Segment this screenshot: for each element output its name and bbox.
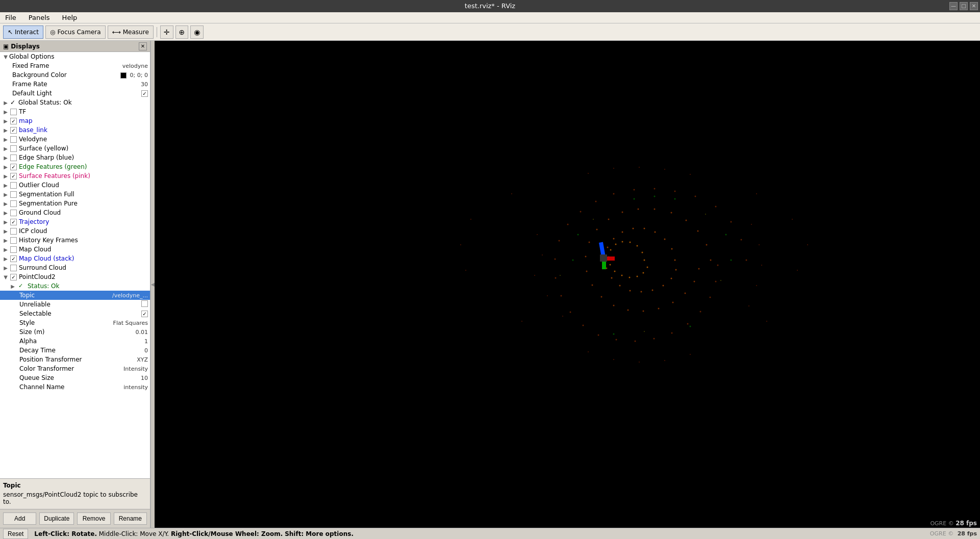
menu-panels[interactable]: Panels [26, 13, 53, 22]
icp-cloud-checkbox[interactable] [10, 228, 17, 235]
edge-features-checkbox[interactable] [10, 164, 17, 170]
surface-features-checkbox[interactable] [10, 173, 17, 179]
displays-close-button[interactable]: ✕ [139, 42, 147, 50]
map-cloud-expand[interactable]: ▶ [2, 246, 9, 253]
alpha-row[interactable]: Alpha 1 [0, 337, 150, 346]
fixed-frame-row[interactable]: Fixed Frame velodyne [0, 61, 150, 70]
unreliable-row[interactable]: Unreliable [0, 300, 150, 309]
map-expand[interactable]: ▶ [2, 117, 9, 124]
velodyne-row[interactable]: ▶ Velodyne [0, 135, 150, 144]
3d-viewport[interactable]: OGRE © 28 fps [155, 41, 980, 528]
base-link-row[interactable]: ▶ base_link [0, 125, 150, 135]
maximize-button[interactable]: □ [960, 2, 968, 10]
global-options-row[interactable]: ▼ Global Options [0, 52, 150, 61]
history-kf-expand[interactable]: ▶ [2, 237, 9, 244]
remove-button[interactable]: Remove [77, 512, 110, 525]
panel-resize-handle[interactable]: ◀ [150, 41, 155, 528]
velodyne-expand[interactable]: ▶ [2, 136, 9, 143]
base-link-checkbox[interactable] [10, 127, 17, 134]
selectable-row[interactable]: Selectable [0, 309, 150, 318]
global-status-expand[interactable]: ▶ [2, 99, 9, 106]
edge-features-expand[interactable]: ▶ [2, 163, 9, 170]
position-transformer-row[interactable]: Position Transformer XYZ [0, 355, 150, 364]
selectable-checkbox[interactable] [141, 311, 148, 317]
measure-button[interactable]: ⟷ Measure [108, 25, 154, 39]
history-keyframes-row[interactable]: ▶ History Key Frames [0, 236, 150, 245]
seg-pure-expand[interactable]: ▶ [2, 200, 9, 207]
base-link-expand[interactable]: ▶ [2, 126, 9, 134]
interact-button[interactable]: ↖ Interact [3, 25, 43, 39]
trajectory-row[interactable]: ▶ Trajectory [0, 217, 150, 226]
surface-yellow-row[interactable]: ▶ Surface (yellow) [0, 144, 150, 153]
size-row[interactable]: Size (m) 0.01 [0, 327, 150, 337]
pointcloud2-expand[interactable]: ▼ [2, 273, 9, 280]
seg-pure-checkbox[interactable] [10, 200, 17, 207]
color-transformer-row[interactable]: Color Transformer Intensity [0, 364, 150, 373]
edge-sharp-expand[interactable]: ▶ [2, 154, 9, 161]
trajectory-checkbox[interactable] [10, 219, 17, 225]
unreliable-checkbox[interactable] [141, 300, 148, 307]
default-light-checkbox[interactable] [141, 90, 148, 97]
surface-yellow-expand[interactable]: ▶ [2, 145, 9, 152]
move-camera-button[interactable]: ✛ [160, 25, 173, 39]
trajectory-expand[interactable]: ▶ [2, 218, 9, 225]
map-cloud-checkbox[interactable] [10, 246, 17, 253]
outlier-cloud-checkbox[interactable] [10, 182, 17, 189]
pointcloud2-checkbox[interactable] [10, 274, 17, 280]
menu-help[interactable]: Help [59, 13, 81, 22]
pointcloud2-row[interactable]: ▼ PointCloud2 [0, 272, 150, 281]
edge-features-row[interactable]: ▶ Edge Features (green) [0, 162, 150, 171]
focus-camera-button[interactable]: ◎ Focus Camera [45, 25, 106, 39]
rename-button[interactable]: Rename [114, 512, 147, 525]
surface-features-expand[interactable]: ▶ [2, 172, 9, 179]
edge-sharp-checkbox[interactable] [10, 155, 17, 161]
reset-button[interactable]: Reset [3, 529, 28, 539]
menu-file[interactable]: File [2, 13, 19, 22]
tree-container[interactable]: ▼ Global Options Fixed Frame velodyne Ba… [0, 52, 150, 478]
decay-time-row[interactable]: Decay Time 0 [0, 346, 150, 355]
target-button[interactable]: ◉ [190, 25, 204, 39]
ground-cloud-checkbox[interactable] [10, 210, 17, 216]
velodyne-checkbox[interactable] [10, 136, 17, 143]
tf-checkbox[interactable] [10, 109, 17, 115]
duplicate-button[interactable]: Duplicate [39, 512, 74, 525]
map-checkbox[interactable] [10, 118, 17, 124]
tf-row[interactable]: ▶ TF [0, 107, 150, 116]
map-cloud-stack-checkbox[interactable] [10, 255, 17, 262]
status-ok-expand[interactable]: ▶ [9, 283, 16, 290]
channel-name-row[interactable]: Channel Name intensity [0, 382, 150, 392]
pan-button[interactable]: ⊕ [175, 25, 189, 39]
global-status-row[interactable]: ▶ ✓ Global Status: Ok [0, 98, 150, 107]
surround-cloud-checkbox[interactable] [10, 265, 17, 271]
surface-yellow-checkbox[interactable] [10, 145, 17, 152]
global-options-expand[interactable]: ▼ [2, 53, 9, 60]
outlier-cloud-expand[interactable]: ▶ [2, 182, 9, 189]
status-ok-row[interactable]: ▶ ✓ Status: Ok [0, 281, 150, 291]
ground-cloud-expand[interactable]: ▶ [2, 209, 9, 216]
map-cloud-stack-expand[interactable]: ▶ [2, 255, 9, 262]
frame-rate-row[interactable]: Frame Rate 30 [0, 80, 150, 89]
add-button[interactable]: Add [3, 512, 36, 525]
map-cloud-row[interactable]: ▶ Map Cloud [0, 245, 150, 254]
background-color-row[interactable]: Background Color 0; 0; 0 [0, 70, 150, 80]
style-row[interactable]: Style Flat Squares [0, 318, 150, 327]
ground-cloud-row[interactable]: ▶ Ground Cloud [0, 208, 150, 217]
icp-cloud-row[interactable]: ▶ ICP cloud [0, 226, 150, 236]
edge-sharp-row[interactable]: ▶ Edge Sharp (blue) [0, 153, 150, 162]
queue-size-row[interactable]: Queue Size 10 [0, 373, 150, 382]
tf-expand[interactable]: ▶ [2, 108, 9, 115]
map-row[interactable]: ▶ map [0, 116, 150, 125]
icp-cloud-expand[interactable]: ▶ [2, 227, 9, 235]
outlier-cloud-row[interactable]: ▶ Outlier Cloud [0, 181, 150, 190]
seg-full-expand[interactable]: ▶ [2, 191, 9, 198]
segmentation-full-row[interactable]: ▶ Segmentation Full [0, 190, 150, 199]
surround-cloud-expand[interactable]: ▶ [2, 264, 9, 271]
minimize-button[interactable]: — [949, 2, 958, 10]
surface-features-row[interactable]: ▶ Surface Features (pink) [0, 171, 150, 181]
close-button[interactable]: ✕ [970, 2, 978, 10]
default-light-row[interactable]: Default Light [0, 89, 150, 98]
seg-full-checkbox[interactable] [10, 191, 17, 198]
topic-row[interactable]: Topic /velodyne_... [0, 291, 150, 300]
history-kf-checkbox[interactable] [10, 237, 17, 244]
surround-cloud-row[interactable]: ▶ Surround Cloud [0, 263, 150, 272]
